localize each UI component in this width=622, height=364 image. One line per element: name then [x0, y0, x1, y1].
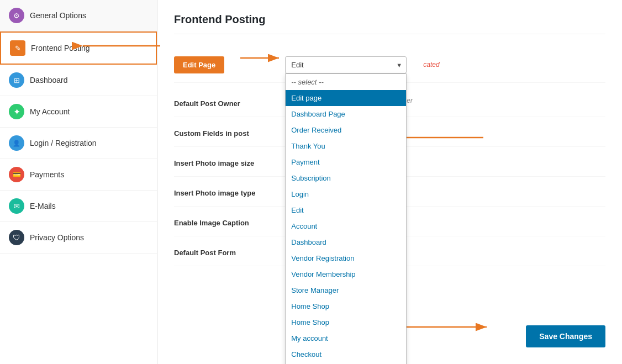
dropdown-option-store-manager[interactable]: Store Manager	[286, 282, 406, 298]
dropdown-options-list: -- select -- Edit page Dashboard Page Or…	[285, 73, 407, 364]
edit-page-select[interactable]: Edit	[285, 56, 407, 73]
arrow-to-sidebar	[77, 38, 166, 54]
dropdown-option-payment[interactable]: Payment	[286, 154, 406, 170]
save-changes-wrapper: Save Changes	[526, 325, 605, 347]
sidebar: ⚙ General Options ✎ Frontend Posting ⊞ D…	[0, 0, 157, 364]
dropdown-option-thank-you[interactable]: Thank You	[286, 138, 406, 154]
dropdown-option-vendor-membership[interactable]: Vendor Membership	[286, 266, 406, 282]
deprecated-hint: cated	[423, 61, 439, 68]
privacy-icon: 🛡	[9, 230, 24, 245]
app-layout: ⚙ General Options ✎ Frontend Posting ⊞ D…	[0, 0, 622, 364]
login-icon: 👤	[9, 135, 24, 151]
dropdown-option-edit[interactable]: Edit	[286, 202, 406, 218]
gear-icon: ⚙	[9, 8, 24, 23]
sidebar-item-login-registration[interactable]: 👤 Login / Registration	[0, 128, 157, 159]
sidebar-label-dashboard: Dashboard	[30, 76, 68, 85]
save-changes-button[interactable]: Save Changes	[526, 325, 605, 347]
sidebar-item-payments[interactable]: 💳 Payments	[0, 159, 157, 191]
dropdown-option-account[interactable]: Account	[286, 218, 406, 234]
dropdown-option-home-shop-2[interactable]: Home Shop	[286, 314, 406, 330]
dropdown-option-dashboard-page[interactable]: Dashboard Page	[286, 106, 406, 122]
sidebar-item-emails[interactable]: ✉ E-Mails	[0, 191, 157, 222]
dashboard-icon: ⊞	[9, 72, 24, 88]
label-insert-photo-size: Insert Photo image size	[174, 156, 296, 167]
sidebar-label-my-account: My Account	[30, 107, 70, 116]
edit-page-button[interactable]: Edit Page	[174, 56, 224, 73]
label-default-post-owner: Default Post Owner	[174, 96, 296, 108]
dropdown-option-dashboard[interactable]: Dashboard	[286, 234, 406, 250]
sidebar-label-general-options: General Options	[30, 11, 86, 20]
sidebar-item-general-options[interactable]: ⚙ General Options	[0, 0, 157, 31]
sidebar-label-privacy: Privacy Options	[30, 233, 84, 242]
dropdown-option-login[interactable]: Login	[286, 186, 406, 202]
post-icon: ✎	[10, 40, 25, 56]
label-insert-photo-type: Insert Photo image type	[174, 186, 296, 197]
label-default-post-form: Default Post Form	[174, 245, 296, 257]
label-custom-fields: Custom Fields in post	[174, 126, 296, 138]
dropdown-option-checkout[interactable]: Checkout	[286, 346, 406, 362]
payments-icon: 💳	[9, 167, 24, 182]
label-enable-image-caption: Enable Image Caption	[174, 215, 296, 227]
edit-page-select-wrapper: Edit ▼	[285, 56, 407, 73]
edit-page-dropdown-wrapper: Edit ▼ -- select -- Edit page Dashboard …	[285, 56, 407, 73]
sidebar-label-login-registration: Login / Registration	[30, 139, 97, 147]
dropdown-option-vendor-registration[interactable]: Vendor Registration	[286, 250, 406, 266]
edit-page-section: Edit Page Edit ▼	[174, 48, 605, 83]
account-icon: ✦	[9, 104, 24, 119]
page-title: Frontend Posting	[174, 13, 605, 34]
sidebar-item-my-account[interactable]: ✦ My Account	[0, 96, 157, 128]
sidebar-item-dashboard[interactable]: ⊞ Dashboard	[0, 65, 157, 96]
dropdown-option-placeholder[interactable]: -- select --	[286, 74, 406, 90]
email-icon: ✉	[9, 198, 24, 214]
dropdown-option-subscription[interactable]: Subscription	[286, 170, 406, 186]
dropdown-option-edit-page[interactable]: Edit page	[286, 90, 406, 106]
main-content: Frontend Posting Edit Page Edit ▼	[157, 0, 622, 364]
sidebar-item-privacy[interactable]: 🛡 Privacy Options	[0, 222, 157, 254]
dropdown-option-my-account[interactable]: My account	[286, 330, 406, 346]
dropdown-option-order-received[interactable]: Order Received	[286, 122, 406, 138]
arrow-to-dropdown	[240, 50, 284, 66]
sidebar-label-emails: E-Mails	[30, 202, 56, 210]
sidebar-label-payments: Payments	[30, 170, 64, 179]
dropdown-option-home-shop-1[interactable]: Home Shop	[286, 298, 406, 314]
